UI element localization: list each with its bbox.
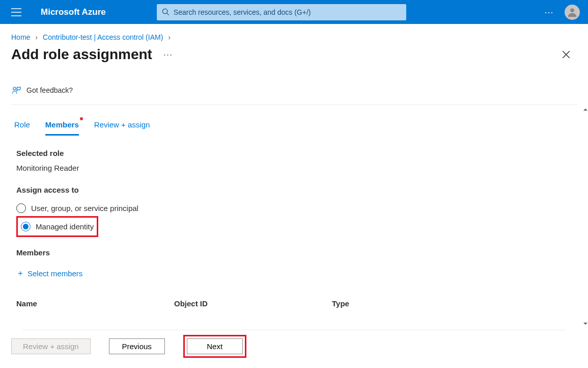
person-icon [567, 7, 578, 18]
page-title: Add role assignment [11, 46, 152, 63]
footer: Review + assign Previous Next [0, 330, 588, 368]
column-object-id: Object ID [174, 299, 332, 308]
title-row: Add role assignment ··· [0, 41, 588, 63]
radio-icon [16, 203, 26, 213]
more-icon[interactable]: ⋯ [541, 4, 557, 21]
svg-point-1 [570, 8, 574, 12]
breadcrumb: Home › Contributor-test | Access control… [0, 24, 588, 41]
tab-role-label: Role [14, 120, 30, 129]
tab-review-assign[interactable]: Review + assign [94, 116, 150, 136]
command-bar: Got feedback? [0, 82, 588, 98]
members-label: Members [16, 248, 572, 257]
plus-icon: ＋ [16, 268, 24, 279]
scroll-down-icon [583, 321, 588, 326]
svg-point-2 [13, 87, 16, 90]
selected-role-value: Monitoring Reader [16, 164, 572, 172]
highlight-box: Next [183, 335, 246, 358]
feedback-label: Got feedback? [26, 86, 73, 94]
radio-managed-identity[interactable]: Managed identity [21, 219, 94, 234]
feedback-link[interactable]: Got feedback? [11, 82, 73, 98]
search-icon [162, 8, 170, 16]
radio-icon [21, 222, 31, 231]
brand-label: Microsoft Azure [41, 7, 106, 17]
tab-review-label: Review + assign [94, 120, 150, 129]
assign-access-label: Assign access to [16, 186, 572, 194]
tabs: Role Members Review + assign [0, 105, 588, 136]
select-members-label: Select members [27, 269, 82, 278]
tab-members[interactable]: Members [45, 116, 79, 136]
scroll-up-icon [583, 107, 588, 112]
radio-mi-label: Managed identity [36, 222, 94, 231]
assign-access-radio-group: User, group, or service principal Manage… [16, 200, 572, 237]
attention-dot-icon [80, 117, 83, 120]
review-assign-button: Review + assign [11, 338, 91, 354]
topbar: Microsoft Azure Search resources, servic… [0, 0, 588, 24]
column-name: Name [16, 299, 174, 308]
close-button[interactable] [558, 47, 574, 62]
hamburger-menu-icon[interactable] [8, 5, 24, 19]
members-table-header: Name Object ID Type [16, 299, 572, 308]
search-input[interactable]: Search resources, services, and docs (G+… [157, 4, 406, 20]
selected-role-label: Selected role [16, 149, 572, 157]
select-members-link[interactable]: ＋ Select members [16, 268, 82, 279]
feedback-icon [11, 85, 21, 95]
highlight-box: Managed identity [16, 216, 98, 237]
tab-role[interactable]: Role [14, 116, 30, 136]
column-type: Type [332, 299, 572, 308]
radio-user-group[interactable]: User, group, or service principal [16, 200, 572, 216]
close-icon [562, 50, 571, 59]
scrollbar[interactable] [583, 107, 588, 326]
page-more-icon[interactable]: ··· [163, 49, 173, 60]
avatar[interactable] [565, 5, 580, 20]
search-placeholder: Search resources, services, and docs (G+… [174, 8, 311, 16]
tab-members-label: Members [45, 120, 79, 129]
breadcrumb-home[interactable]: Home [11, 33, 30, 41]
breadcrumb-contributor[interactable]: Contributor-test | Access control (IAM) [43, 33, 163, 41]
previous-button[interactable]: Previous [109, 338, 165, 354]
next-button[interactable]: Next [187, 338, 243, 354]
chevron-right-icon: › [35, 33, 38, 41]
chevron-right-icon: › [168, 33, 171, 41]
content-area: Selected role Monitoring Reader Assign a… [0, 136, 588, 329]
radio-user-label: User, group, or service principal [31, 204, 138, 213]
svg-point-0 [162, 9, 167, 13]
